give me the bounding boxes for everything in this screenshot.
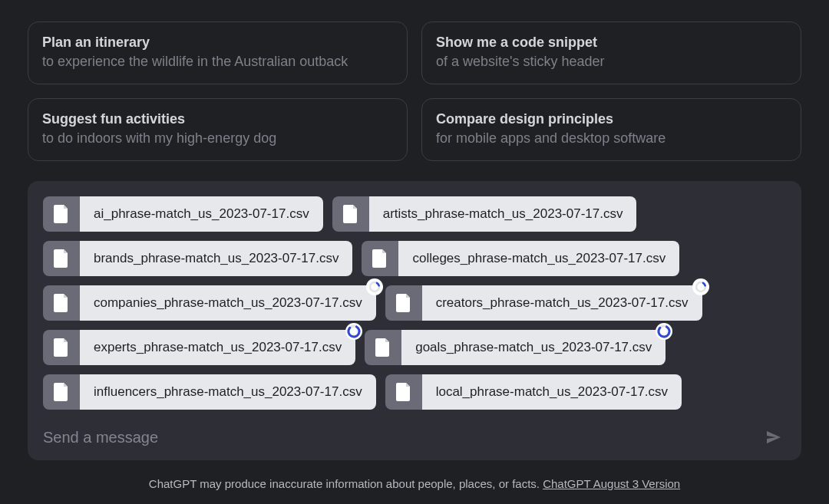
- upload-spinner-icon: [345, 323, 362, 340]
- chat-input-panel: ai_phrase-match_us_2023-07-17.csv artist…: [28, 181, 801, 460]
- attachment-filename: colleges_phrase-match_us_2023-07-17.csv: [398, 241, 679, 276]
- file-icon: [43, 330, 80, 365]
- suggestion-title: Plan an itinerary: [42, 35, 393, 51]
- file-icon: [365, 330, 401, 365]
- attachment-chip[interactable]: local_phrase-match_us_2023-07-17.csv: [385, 374, 682, 410]
- send-icon: [765, 428, 783, 446]
- suggestion-title: Show me a code snippet: [436, 35, 787, 51]
- file-icon: [43, 285, 80, 321]
- footer-disclaimer: ChatGPT may produce inaccurate informati…: [28, 477, 801, 490]
- file-icon: [385, 285, 422, 321]
- footer-version-link[interactable]: ChatGPT August 3 Version: [543, 477, 680, 490]
- upload-spinner-icon: [692, 278, 709, 295]
- attachment-filename: goals_phrase-match_us_2023-07-17.csv: [401, 330, 666, 365]
- suggestion-subtitle: for mobile apps and desktop software: [436, 130, 787, 147]
- suggestion-subtitle: to do indoors with my high-energy dog: [42, 130, 393, 147]
- attachment-filename: creators_phrase-match_us_2023-07-17.csv: [422, 285, 702, 321]
- suggestion-card[interactable]: Show me a code snippet of a website's st…: [421, 21, 801, 84]
- attachment-chip[interactable]: creators_phrase-match_us_2023-07-17.csv: [385, 285, 702, 321]
- suggestion-card[interactable]: Compare design principles for mobile app…: [421, 98, 801, 161]
- attachment-chip[interactable]: artists_phrase-match_us_2023-07-17.csv: [332, 196, 637, 232]
- attachment-filename: experts_phrase-match_us_2023-07-17.csv: [80, 330, 355, 365]
- attachment-chip[interactable]: colleges_phrase-match_us_2023-07-17.csv: [362, 241, 679, 276]
- attachment-chip[interactable]: companies_phrase-match_us_2023-07-17.csv: [43, 285, 376, 321]
- attachment-filename: artists_phrase-match_us_2023-07-17.csv: [369, 196, 637, 232]
- send-button[interactable]: [761, 425, 786, 450]
- attachment-chip[interactable]: goals_phrase-match_us_2023-07-17.csv: [365, 330, 666, 365]
- attachment-chips-area: ai_phrase-match_us_2023-07-17.csv artist…: [43, 196, 786, 410]
- suggestion-grid: Plan an itinerary to experience the wild…: [28, 21, 801, 161]
- attachment-filename: companies_phrase-match_us_2023-07-17.csv: [80, 285, 376, 321]
- attachment-chip[interactable]: ai_phrase-match_us_2023-07-17.csv: [43, 196, 323, 232]
- attachment-filename: brands_phrase-match_us_2023-07-17.csv: [80, 241, 352, 276]
- file-icon: [43, 196, 80, 232]
- attachment-filename: influencers_phrase-match_us_2023-07-17.c…: [80, 374, 376, 410]
- footer-text: ChatGPT may produce inaccurate informati…: [149, 477, 543, 490]
- suggestion-title: Suggest fun activities: [42, 111, 393, 127]
- suggestion-card[interactable]: Plan an itinerary to experience the wild…: [28, 21, 408, 84]
- upload-spinner-icon: [656, 323, 672, 340]
- upload-spinner-icon: [366, 278, 383, 295]
- file-icon: [362, 241, 398, 276]
- file-icon: [43, 374, 80, 410]
- attachment-chip[interactable]: influencers_phrase-match_us_2023-07-17.c…: [43, 374, 376, 410]
- suggestion-subtitle: to experience the wildlife in the Austra…: [42, 54, 393, 70]
- file-icon: [332, 196, 369, 232]
- file-icon: [385, 374, 422, 410]
- attachment-filename: local_phrase-match_us_2023-07-17.csv: [422, 374, 682, 410]
- suggestion-subtitle: of a website's sticky header: [436, 54, 787, 70]
- attachment-chip[interactable]: brands_phrase-match_us_2023-07-17.csv: [43, 241, 352, 276]
- suggestion-card[interactable]: Suggest fun activities to do indoors wit…: [28, 98, 408, 161]
- file-icon: [43, 241, 80, 276]
- message-input[interactable]: [43, 429, 761, 446]
- attachment-chip[interactable]: experts_phrase-match_us_2023-07-17.csv: [43, 330, 355, 365]
- input-row: [43, 420, 786, 454]
- attachment-filename: ai_phrase-match_us_2023-07-17.csv: [80, 196, 323, 232]
- suggestion-title: Compare design principles: [436, 111, 787, 127]
